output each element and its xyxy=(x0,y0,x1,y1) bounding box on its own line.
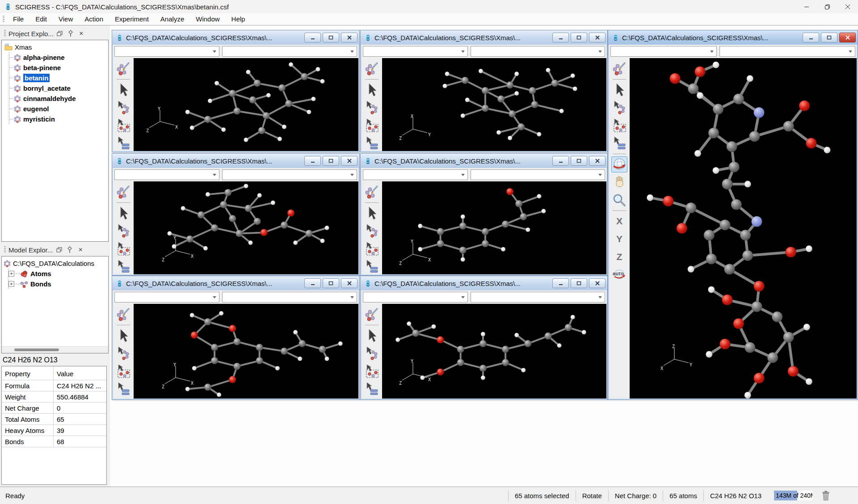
child-minimize-button[interactable] xyxy=(304,156,321,166)
pin-panel-icon[interactable] xyxy=(65,246,74,254)
menu-help[interactable]: Help xyxy=(226,13,251,25)
auto-rotate-button[interactable]: auto xyxy=(611,267,627,283)
draw-tool-icon[interactable] xyxy=(611,61,627,77)
render-style-dropdown[interactable] xyxy=(114,46,219,57)
child-maximize-button[interactable] xyxy=(571,33,587,42)
child-window-titlebar[interactable]: C:\FQS_DATA\Calculations_SCIGRESS\Xmas\.… xyxy=(361,154,607,168)
child-maximize-button[interactable] xyxy=(323,156,339,166)
draw-tool-icon[interactable] xyxy=(115,61,131,77)
select-molecule-icon[interactable] xyxy=(115,100,131,116)
app-close-button[interactable] xyxy=(837,0,858,13)
rotate-y-button[interactable]: Y xyxy=(611,231,627,247)
select-bonds-icon[interactable] xyxy=(115,259,131,274)
select-molecule-icon[interactable] xyxy=(364,223,380,239)
select-atoms-icon[interactable] xyxy=(364,363,380,379)
child-close-button[interactable] xyxy=(589,278,606,288)
select-tool-icon[interactable] xyxy=(364,82,380,98)
child-window-titlebar[interactable]: C:\FQS_DATA\Calculations_SCIGRESS\Xmas\.… xyxy=(608,30,858,45)
child-window-titlebar[interactable]: C:\FQS_DATA\Calculations_SCIGRESS\Xmas\.… xyxy=(112,154,359,168)
select-tool-icon[interactable] xyxy=(115,205,131,221)
tree-item-bornyl-acetate[interactable]: bornyl_acetate xyxy=(9,83,108,93)
tree-item-atoms[interactable]: + Atoms xyxy=(8,269,108,279)
molecule-viewport[interactable]: YZX xyxy=(382,181,606,274)
child-minimize-button[interactable] xyxy=(552,33,569,42)
draw-tool-icon[interactable] xyxy=(115,307,131,323)
tree-item-beta-pinene[interactable]: beta-pinene xyxy=(9,63,108,73)
child-maximize-button[interactable] xyxy=(571,278,587,288)
label-style-dropdown[interactable] xyxy=(471,46,605,57)
label-style-dropdown[interactable] xyxy=(471,169,605,180)
child-minimize-button[interactable] xyxy=(552,156,569,166)
tree-item-alpha-pinene[interactable]: alpha-pinene xyxy=(9,52,108,63)
select-atoms-icon[interactable] xyxy=(115,241,131,257)
menu-edit[interactable]: Edit xyxy=(29,13,53,25)
select-tool-icon[interactable] xyxy=(364,205,380,221)
select-molecule-icon[interactable] xyxy=(611,100,627,116)
molecule-viewport[interactable]: YZX xyxy=(134,181,358,274)
model-root-row[interactable]: C:\FQS_DATA\Calculations xyxy=(4,258,108,269)
select-atoms-icon[interactable] xyxy=(364,118,380,134)
child-close-button[interactable] xyxy=(589,33,606,42)
select-bonds-icon[interactable] xyxy=(364,259,380,274)
molecule-viewport[interactable]: XZY xyxy=(382,58,606,151)
select-molecule-icon[interactable] xyxy=(364,345,380,361)
select-tool-icon[interactable] xyxy=(115,328,131,344)
select-molecule-icon[interactable] xyxy=(115,223,131,239)
render-style-dropdown[interactable] xyxy=(363,169,468,180)
select-tool-icon[interactable] xyxy=(611,82,627,98)
menu-experiment[interactable]: Experiment xyxy=(109,13,155,25)
float-panel-icon[interactable] xyxy=(55,29,64,38)
draw-tool-icon[interactable] xyxy=(364,61,380,77)
child-window-titlebar[interactable]: C:\FQS_DATA\Calculations_SCIGRESS\Xmas\.… xyxy=(361,30,607,45)
menu-view[interactable]: View xyxy=(53,13,79,25)
project-explorer-header[interactable]: Project Explo... ✕ xyxy=(1,28,109,39)
select-atoms-icon[interactable] xyxy=(115,363,131,379)
child-minimize-button[interactable] xyxy=(304,278,321,288)
child-window-titlebar[interactable]: C:\FQS_DATA\Calculations_SCIGRESS\Xmas\.… xyxy=(112,30,359,45)
molecule-viewport[interactable]: YZX xyxy=(134,58,358,151)
child-close-button[interactable] xyxy=(341,156,358,166)
close-panel-icon[interactable]: ✕ xyxy=(76,246,85,254)
select-bonds-icon[interactable] xyxy=(115,381,131,397)
pan-tool-icon[interactable] xyxy=(611,174,627,190)
render-style-dropdown[interactable] xyxy=(363,292,468,302)
child-maximize-button[interactable] xyxy=(323,278,339,288)
float-panel-icon[interactable] xyxy=(55,246,63,254)
zoom-tool-icon[interactable] xyxy=(611,192,627,208)
select-bonds-icon[interactable] xyxy=(364,381,380,397)
render-style-dropdown[interactable] xyxy=(114,169,219,180)
expand-icon[interactable]: + xyxy=(8,271,14,277)
rotate-z-button[interactable]: Z xyxy=(611,249,627,265)
label-style-dropdown[interactable] xyxy=(222,169,357,180)
draw-tool-icon[interactable] xyxy=(115,184,131,200)
label-style-dropdown[interactable] xyxy=(719,46,855,57)
tree-item-myristicin[interactable]: myristicin xyxy=(9,114,108,124)
tree-item-cinnamaldehyde[interactable]: cinnamaldehyde xyxy=(9,93,108,104)
select-atoms-icon[interactable] xyxy=(611,118,627,134)
child-maximize-button[interactable] xyxy=(821,33,837,42)
model-explorer-hscrollbar[interactable] xyxy=(2,346,108,353)
rotate-x-button[interactable]: X xyxy=(611,213,627,229)
trash-icon[interactable] xyxy=(821,491,830,501)
select-bonds-icon[interactable] xyxy=(115,135,131,151)
render-style-dropdown[interactable] xyxy=(363,46,468,57)
menu-file[interactable]: File xyxy=(7,13,29,25)
label-style-dropdown[interactable] xyxy=(222,46,357,57)
child-minimize-button[interactable] xyxy=(552,278,569,288)
project-root-row[interactable]: Xmas xyxy=(4,42,108,52)
select-bonds-icon[interactable] xyxy=(364,135,380,151)
molecule-viewport[interactable]: ZXY xyxy=(630,58,857,399)
menu-analyze[interactable]: Analyze xyxy=(155,13,190,25)
select-atoms-icon[interactable] xyxy=(115,118,131,134)
select-molecule-icon[interactable] xyxy=(115,345,131,361)
tree-item-betanin[interactable]: betanin xyxy=(9,73,108,83)
model-explorer-header[interactable]: Model Explor... ✕ xyxy=(1,244,109,255)
molecule-viewport[interactable]: YZX xyxy=(382,304,606,399)
child-close-button[interactable] xyxy=(839,33,856,42)
draw-tool-icon[interactable] xyxy=(364,307,380,323)
child-close-button[interactable] xyxy=(341,33,358,42)
menu-action[interactable]: Action xyxy=(79,13,109,25)
select-atoms-icon[interactable] xyxy=(364,241,380,257)
child-minimize-button[interactable] xyxy=(304,33,321,42)
tree-item-bonds[interactable]: + Bonds xyxy=(8,279,108,289)
